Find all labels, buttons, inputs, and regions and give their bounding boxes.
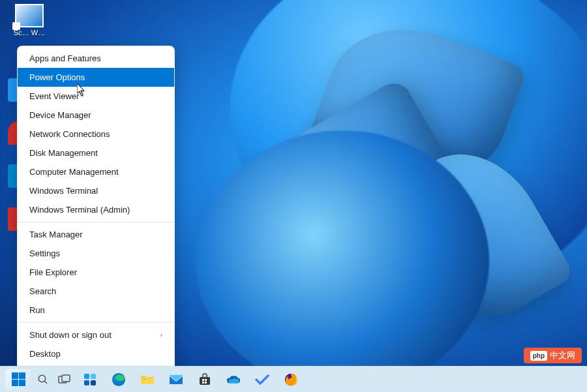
chevron-right-icon: ›	[160, 331, 162, 339]
menu-item-label: Network Connections	[29, 129, 110, 139]
menu-item-label: Apps and Features	[29, 53, 101, 63]
menu-item-task-manager[interactable]: Task Manager	[18, 225, 174, 244]
menu-item-apps-and-features[interactable]: Apps and Features	[18, 49, 174, 68]
menu-item-label: Disk Management	[29, 148, 98, 158]
mail-icon	[169, 372, 183, 387]
menu-item-computer-management[interactable]: Computer Management	[18, 162, 174, 181]
menu-item-label: Desktop	[29, 349, 61, 359]
svg-rect-10	[142, 379, 145, 380]
search-icon	[36, 372, 50, 387]
svg-rect-9	[141, 378, 154, 384]
menu-item-label: Windows Terminal (Admin)	[29, 205, 130, 215]
menu-item-label: Settings	[29, 249, 60, 258]
taskbar-taskview-button[interactable]	[55, 369, 74, 390]
taskbar-widgets-button[interactable]	[77, 369, 103, 390]
taskbar-firefox-button[interactable]	[278, 369, 304, 390]
windows-logo-icon	[12, 372, 25, 386]
menu-separator	[18, 322, 174, 323]
taskbar-mail-button[interactable]	[163, 369, 189, 390]
taskbar-search-button[interactable]	[34, 369, 52, 390]
menu-item-label: Device Manager	[29, 110, 91, 120]
check-icon	[255, 372, 269, 387]
taskbar-file-explorer-button[interactable]	[134, 369, 160, 390]
folder-icon	[140, 372, 155, 387]
watermark-badge: php 中文网	[524, 348, 582, 363]
firefox-icon	[284, 372, 298, 387]
winx-context-menu[interactable]: Apps and FeaturesPower OptionsEvent View…	[17, 46, 175, 385]
svg-rect-14	[205, 379, 207, 381]
svg-rect-3	[62, 375, 70, 382]
menu-item-shut-down-or-sign-out[interactable]: Shut down or sign out›	[18, 325, 174, 344]
menu-item-disk-management[interactable]: Disk Management	[18, 143, 174, 162]
menu-separator	[18, 222, 174, 222]
taskbar-store-button[interactable]	[192, 369, 218, 390]
menu-item-label: Shut down or sign out	[29, 330, 112, 340]
menu-item-label: Windows Terminal	[29, 186, 98, 196]
edge-icon	[112, 372, 126, 387]
taskbar-todo-button[interactable]	[249, 369, 275, 390]
store-icon	[198, 372, 212, 387]
menu-item-label: Power Options	[29, 72, 85, 82]
start-button[interactable]	[5, 369, 31, 390]
svg-rect-5	[91, 374, 96, 379]
menu-item-label: Computer Management	[29, 167, 119, 177]
menu-item-search[interactable]: Search	[18, 282, 174, 301]
svg-point-0	[38, 375, 46, 382]
menu-item-file-explorer[interactable]: File Explorer	[18, 263, 174, 282]
cloud-icon	[226, 372, 241, 387]
menu-item-desktop[interactable]: Desktop	[18, 344, 174, 363]
menu-item-label: Search	[29, 286, 56, 296]
taskbar-onedrive-button[interactable]	[220, 369, 247, 390]
menu-item-device-manager[interactable]: Device Manager	[18, 106, 174, 125]
menu-item-run[interactable]: Run	[18, 301, 174, 320]
menu-item-network-connections[interactable]: Network Connections	[18, 125, 174, 143]
svg-rect-13	[202, 379, 204, 381]
svg-rect-15	[202, 382, 204, 384]
watermark-php-label: php	[530, 351, 547, 361]
svg-rect-7	[91, 380, 96, 385]
watermark-text: 中文网	[550, 350, 575, 361]
menu-item-label: Run	[29, 305, 45, 315]
svg-rect-4	[84, 374, 89, 379]
svg-rect-6	[84, 380, 89, 385]
menu-item-power-options[interactable]: Power Options	[18, 68, 174, 87]
menu-item-settings[interactable]: Settings	[18, 244, 174, 263]
menu-item-label: Event Viewer	[29, 91, 79, 101]
menu-item-windows-terminal[interactable]: Windows Terminal	[18, 181, 174, 200]
menu-item-label: Task Manager	[29, 230, 83, 239]
widgets-icon	[83, 372, 97, 387]
svg-line-1	[44, 381, 47, 384]
shortcut-thumbnail-icon	[15, 4, 44, 27]
svg-rect-16	[205, 382, 207, 384]
taskbar	[0, 366, 587, 392]
menu-item-event-viewer[interactable]: Event Viewer	[18, 87, 174, 106]
taskview-icon	[57, 372, 72, 387]
taskbar-edge-button[interactable]	[106, 369, 132, 390]
desktop-shortcut-icon[interactable]: Sc… W…	[7, 4, 52, 37]
menu-item-label: File Explorer	[29, 267, 77, 277]
menu-item-windows-terminal-admin[interactable]: Windows Terminal (Admin)	[18, 200, 174, 219]
